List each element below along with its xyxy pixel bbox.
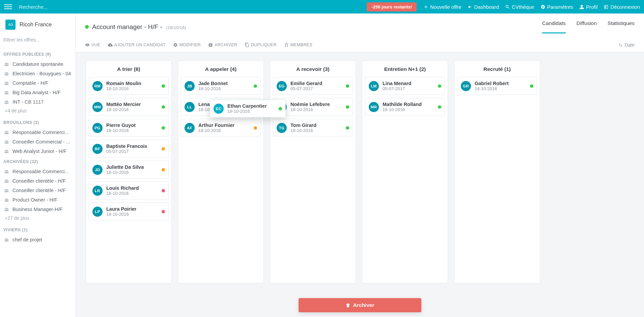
column-title: A recevoir (3)	[270, 61, 356, 77]
candidate-card[interactable]: LPLaura Poirier18-10-2016	[89, 203, 169, 220]
duplicate-button[interactable]: DUPLIQUER	[245, 43, 277, 47]
menu-icon[interactable]	[4, 3, 12, 11]
global-search-input[interactable]	[19, 2, 188, 12]
cvtheque-label: CVthèque	[512, 4, 534, 10]
sidebar-item[interactable]: Electricien - Bouygues - 04	[0, 69, 75, 78]
tab-stats[interactable]: Statistiques	[608, 20, 635, 33]
candidate-name: Lena Lucas	[198, 102, 250, 107]
candidate-card[interactable]: TGTom Girard18-10-2016	[273, 119, 353, 137]
section-title-published: OFFRES PUBLIÉES (9)	[0, 49, 75, 59]
candidate-card[interactable]: LRLouis Richard18-10-2016	[89, 182, 169, 200]
sidebar-item[interactable]: Responsable Commercial...	[0, 167, 75, 176]
candidate-card[interactable]: JBJade Bonnet18-10-2016	[181, 77, 261, 95]
candidate-name: Lina Menard	[383, 81, 434, 86]
candidate-date: 05-07-2017	[383, 86, 434, 91]
view-button[interactable]: VUE	[85, 43, 101, 47]
candidate-date: 18-10-2016	[290, 128, 342, 133]
sidebar-item[interactable]: Web Analyst Junior - H/F	[0, 147, 75, 156]
sidebar-item-label: Comptable - H/F	[12, 80, 48, 86]
candidate-date: 18-10-2016	[106, 212, 158, 217]
plus-icon	[423, 4, 428, 9]
add-candidate-label: AJOUTER UN CANDIDAT	[114, 43, 166, 47]
sidebar-item-label: Web Analyst Junior - H/F	[12, 149, 66, 154]
candidate-status-dot	[162, 147, 165, 151]
filter-offers-input[interactable]	[3, 35, 73, 45]
candidate-status-dot	[162, 126, 165, 130]
candidate-card[interactable]: BFBaptiste Francois05-07-2017	[89, 140, 169, 158]
job-title: Account manager - H/F - (18/10/16)	[92, 23, 186, 31]
sidebar-item[interactable]: Big Data Analyst - H/F	[0, 88, 75, 97]
candidate-date: 18-10-2016	[198, 128, 250, 133]
candidate-date: 18-10-2016	[106, 170, 158, 175]
cvtheque-link[interactable]: CVthèque	[505, 4, 534, 10]
candidate-card[interactable]: JDJuliette Da Silva18-10-2016	[89, 161, 169, 179]
sidebar-item-label: Candidature spontanée	[12, 61, 63, 67]
candidate-card[interactable]: AFArthur Fournier18-10-2016	[181, 119, 261, 137]
candidate-card[interactable]: MRMathilde Rolland18-10-2016	[365, 98, 445, 116]
candidate-date: 05-07-2017	[106, 149, 158, 154]
avatar: TG	[277, 123, 287, 133]
sidebar-item[interactable]: Conseiller clientèle - H/F	[0, 176, 75, 186]
candidate-card[interactable]: MMMattéo Mercier18-10-2016	[89, 98, 169, 116]
sidebar-item[interactable]: Responsable Commercial...	[0, 128, 75, 137]
kanban-column[interactable]: A appeler (4)JBJade Bonnet18-10-2016LLLe…	[178, 60, 264, 283]
logout-link[interactable]: Déconnexion	[604, 4, 640, 10]
top-nav: Nouvelle offre Dashboard CVthèque Paramè…	[423, 4, 640, 10]
candidate-date: 18-10-2016	[198, 86, 250, 91]
dashboard-link[interactable]: Dashboard	[468, 4, 499, 10]
published-more[interactable]: +4 de plus	[0, 107, 75, 117]
avatar: JB	[185, 81, 195, 91]
tab-candidates[interactable]: Candidats	[542, 20, 566, 33]
candidate-card[interactable]: RMRomain Moulin18-10-2016	[89, 77, 169, 95]
candidate-card[interactable]: LLLena Lucas18-10-2016	[181, 98, 261, 116]
archive-label: ARCHIVER	[215, 43, 237, 47]
topbar: -256 jours restants! Nouvelle offre Dash…	[0, 0, 644, 14]
account-row[interactable]: Ricoh France	[0, 14, 75, 34]
kanban-column[interactable]: A trier (8)RMRomain Moulin18-10-2016MMMa…	[86, 60, 172, 283]
tab-diffusion[interactable]: Diffusion	[577, 20, 597, 33]
sidebar-item[interactable]: Product Owner - H/F	[0, 195, 75, 205]
new-offer-button[interactable]: Nouvelle offre	[423, 4, 461, 10]
sidebar-item[interactable]: Comptable - H/F	[0, 78, 75, 88]
sidebar-item[interactable]: chef de projet	[0, 235, 75, 244]
profile-link[interactable]: Profil	[579, 4, 597, 10]
sidebar-item-label: Conseiller clientèle - H/F	[12, 188, 66, 193]
candidate-card[interactable]: LMLina Menard05-07-2017	[365, 77, 445, 95]
sidebar-item-label: Conseiller Commercial - ...	[12, 139, 70, 144]
user-icon	[579, 4, 584, 9]
archive-dropzone[interactable]: Archiver	[299, 298, 421, 312]
add-candidate-button[interactable]: AJOUTER UN CANDIDAT	[108, 43, 166, 47]
archived-more[interactable]: +27 de plus	[0, 214, 75, 224]
candidate-card[interactable]: GRGabriel Robert18-10-2016	[457, 77, 537, 95]
candidate-status-dot	[162, 84, 165, 88]
sidebar-item[interactable]: INT - CB 1117	[0, 97, 75, 107]
candidate-status-dot	[254, 126, 257, 130]
candidate-status-dot	[162, 210, 165, 213]
sidebar-item[interactable]: Business Manager-H/F	[0, 205, 75, 214]
copy-icon	[245, 43, 249, 47]
sidebar-item[interactable]: Candidature spontanée	[0, 59, 75, 69]
candidate-date: 18-10-2016	[106, 107, 158, 112]
avatar: BF	[92, 144, 103, 154]
edit-button[interactable]: MODIFIER	[173, 43, 201, 47]
settings-link[interactable]: Paramètres	[540, 4, 573, 10]
sidebar-item[interactable]: Conseiller clientèle - H/F	[0, 186, 75, 195]
kanban-column[interactable]: A recevoir (3)EGEmilie Gerard05-07-2017N…	[270, 60, 356, 283]
candidate-card[interactable]: EGEmilie Gerard05-07-2017	[273, 77, 353, 95]
members-button[interactable]: MEMBRES	[284, 43, 312, 47]
kanban-column[interactable]: Recruté (1)GRGabriel Robert18-10-2016	[454, 60, 540, 283]
archive-dropzone-label: Archiver	[353, 302, 374, 308]
candidate-date: 18-10-2016	[475, 86, 526, 91]
sidebar-item[interactable]: Conseiller Commercial - ...	[0, 137, 75, 147]
candidate-card[interactable]: NLNoémie Lefebvre18-10-2016	[273, 98, 353, 116]
sidebar-item-label: Product Owner - H/F	[12, 197, 57, 203]
kanban-column[interactable]: Entretien N+1 (2)LMLina Menard05-07-2017…	[362, 60, 448, 283]
candidate-card[interactable]: PGPierre Guyot18-10-2016	[89, 119, 169, 137]
candidate-status-dot	[254, 105, 257, 109]
archive-button[interactable]: ARCHIVER	[208, 43, 237, 47]
avatar: LR	[92, 186, 103, 196]
sort-button[interactable]: Date	[618, 42, 635, 48]
candidate-name: Juliette Da Silva	[106, 164, 158, 170]
avatar: AF	[185, 123, 195, 133]
candidate-status-dot	[346, 84, 349, 88]
